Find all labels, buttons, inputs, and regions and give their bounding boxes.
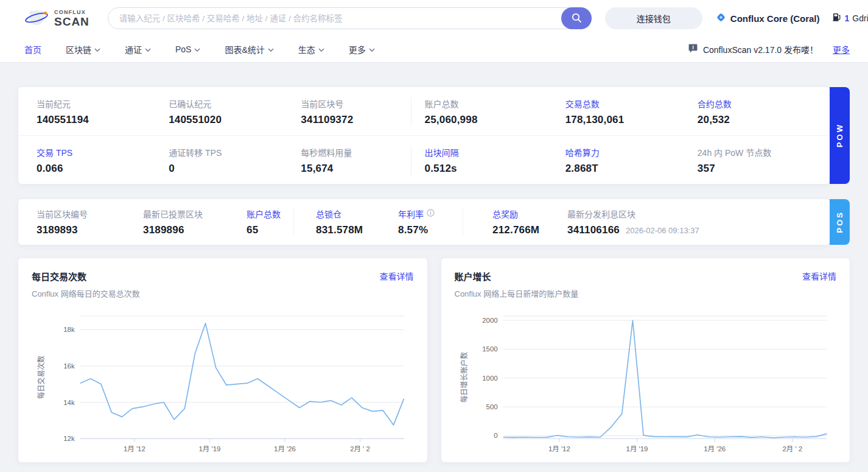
nav-label: 生态 [298, 43, 315, 55]
stat-current-block-number: 当前区块号 341109372 [292, 97, 424, 126]
main-navigation: 首页 区块链 通证 PoS 图表&统计 生态 更多 [0, 37, 868, 63]
search-input[interactable] [108, 7, 592, 29]
stat-gas-per-second: 每秒燃料用量 15,674 [292, 146, 424, 175]
svg-text:1月 '12: 1月 '12 [548, 445, 570, 453]
stat-value: 3411061662026-02-06 09:13:37 [567, 224, 821, 236]
stat-pos-total-accounts[interactable]: 账户总数 65 [247, 208, 293, 236]
stat-value: 65 [247, 224, 293, 236]
view-details-link[interactable]: 查看详情 [802, 270, 836, 282]
svg-text:14k: 14k [63, 399, 75, 406]
network-name: Conflux Core (Coral) [730, 13, 820, 24]
stat-current-epoch: 当前纪元 140551194 [27, 97, 159, 126]
daily-transactions-card: 每日交易次数 查看详情 Conflux 网络每日的交易总次数 12k14k16k… [18, 258, 427, 462]
dashboard-content: POW 当前纪元 140551194 已确认纪元 140551020 当前区块号… [0, 63, 868, 462]
svg-text:500: 500 [486, 403, 497, 410]
pow-stats-panel: POW 当前纪元 140551194 已确认纪元 140551020 当前区块号… [18, 87, 830, 184]
stat-value: 15,674 [301, 163, 424, 175]
stat-pos-total-reward[interactable]: 总奖励 212.766M [463, 208, 567, 236]
stat-label-link[interactable]: 交易 TPS [37, 146, 159, 158]
svg-text:18k: 18k [63, 326, 75, 333]
stat-total-transactions[interactable]: 交易总数 178,130,061 [556, 97, 688, 126]
stat-value: 357 [698, 163, 821, 175]
announcement-more-link[interactable]: 更多 [833, 43, 850, 55]
logo-wordmark: CONFLUX SCAN [54, 10, 89, 27]
search-icon [571, 12, 582, 25]
stat-hash-rate[interactable]: 哈希算力 2.868T [556, 146, 688, 175]
stat-value: 140551194 [37, 114, 159, 126]
stat-label-link[interactable]: 合约总数 [698, 97, 821, 110]
nav-item-blockchain[interactable]: 区块链 [66, 43, 100, 55]
stat-label: 每秒燃料用量 [301, 146, 424, 158]
stat-label-link[interactable]: 年利率 [398, 208, 463, 220]
stat-pos-apy[interactable]: 年利率 8.57% [398, 208, 463, 236]
charts-section: 每日交易次数 查看详情 Conflux 网络每日的交易总次数 12k14k16k… [18, 258, 850, 462]
stat-label-link[interactable]: 账户总数 [247, 208, 293, 220]
daily-transactions-chart: 12k14k16k18k1月 '121月 '191月 '262月 ' 2每日交易… [32, 308, 414, 460]
stat-label: 通证转移 TPS [169, 146, 292, 158]
stat-transaction-tps[interactable]: 交易 TPS 0.066 [27, 146, 159, 175]
stat-value: 341109372 [301, 114, 424, 126]
nav-item-home[interactable]: 首页 [24, 43, 41, 55]
stat-label-link[interactable]: 总锁仓 [316, 208, 398, 220]
stat-label-link[interactable]: 总奖励 [492, 208, 567, 220]
stat-label: 当前区块号 [301, 97, 424, 110]
announcement-bubble-icon: ! [688, 43, 698, 55]
nav-label: PoS [175, 44, 191, 54]
stat-block-interval[interactable]: 出块间隔 0.512s [411, 146, 556, 175]
nav-item-ecosystem[interactable]: 生态 [298, 43, 324, 55]
pow-tab[interactable]: POW [830, 87, 850, 184]
stat-label-link[interactable]: 哈希算力 [565, 146, 688, 158]
nav-item-tokens[interactable]: 通证 [125, 43, 151, 55]
stat-label-link[interactable]: 出块间隔 [425, 146, 556, 158]
planet-logo-icon [24, 5, 49, 32]
stat-value: 25,060,998 [425, 114, 556, 126]
pos-stats-panel: POS 当前区块编号 3189893 最新已投票区块 3189896 账户总数 … [18, 199, 830, 245]
stat-value: 0 [169, 163, 292, 175]
svg-text:1月 '26: 1月 '26 [274, 445, 296, 453]
svg-text:1000: 1000 [482, 375, 497, 382]
stat-value: 0.066 [37, 163, 159, 175]
announcement[interactable]: ! ConfluxScan v2.17.0 发布喽！ [688, 43, 818, 55]
svg-text:12k: 12k [63, 435, 75, 442]
nav-label: 首页 [24, 43, 41, 55]
svg-text:!: ! [692, 44, 694, 51]
gas-price-indicator[interactable]: 1 Gdrip [832, 12, 868, 24]
account-growth-chart: 05001000150020001月 '121月 '191月 '262月 ' 2… [455, 308, 837, 460]
pos-tab[interactable]: POS [830, 199, 850, 245]
stat-value: 178,130,061 [565, 114, 688, 126]
connect-wallet-button[interactable]: 连接钱包 [605, 7, 702, 29]
chart-title: 每日交易次数 [32, 270, 86, 283]
stat-value: 8.57% [398, 224, 463, 236]
svg-text:0: 0 [494, 432, 497, 439]
svg-text:1月 '19: 1月 '19 [198, 445, 220, 453]
view-details-link[interactable]: 查看详情 [380, 270, 414, 282]
svg-text:2000: 2000 [482, 317, 497, 324]
nav-label: 更多 [349, 43, 366, 55]
pos-tab-label: POS [835, 211, 844, 233]
gas-pump-icon [832, 12, 842, 24]
chevron-down-icon [145, 48, 151, 52]
svg-text:2月 ' 2: 2月 ' 2 [350, 445, 370, 453]
confluxscan-logo[interactable]: CONFLUX SCAN [24, 5, 89, 32]
info-icon[interactable] [427, 209, 435, 219]
nav-right-area: ! ConfluxScan v2.17.0 发布喽！ 更多 [688, 43, 850, 55]
stat-total-contracts[interactable]: 合约总数 20,532 [688, 97, 821, 126]
nav-item-more[interactable]: 更多 [349, 43, 375, 55]
stat-pos-total-locked[interactable]: 总锁仓 831.578M [294, 208, 398, 236]
chevron-down-icon [94, 48, 100, 52]
network-selector[interactable]: Conflux Core (Coral) [716, 12, 820, 25]
gas-unit: Gdrip [852, 13, 868, 23]
search-button[interactable] [561, 7, 592, 29]
nav-item-charts-statistics[interactable]: 图表&统计 [225, 43, 273, 55]
conflux-network-icon [716, 12, 726, 25]
chevron-down-icon [318, 48, 324, 52]
stat-label: 24h 内 PoW 节点数 [698, 146, 821, 158]
nav-item-pos[interactable]: PoS [175, 44, 200, 54]
stat-label-link[interactable]: 交易总数 [565, 97, 688, 110]
stat-label: 最新已投票区块 [143, 208, 247, 220]
svg-text:16k: 16k [63, 362, 75, 370]
account-growth-card: 账户增长 查看详情 Conflux 网络上每日新增的账户数量 050010001… [441, 258, 850, 462]
chevron-down-icon [194, 48, 200, 52]
interest-block-number: 341106166 [567, 224, 620, 236]
announcement-text: ConfluxScan v2.17.0 发布喽！ [703, 43, 818, 55]
